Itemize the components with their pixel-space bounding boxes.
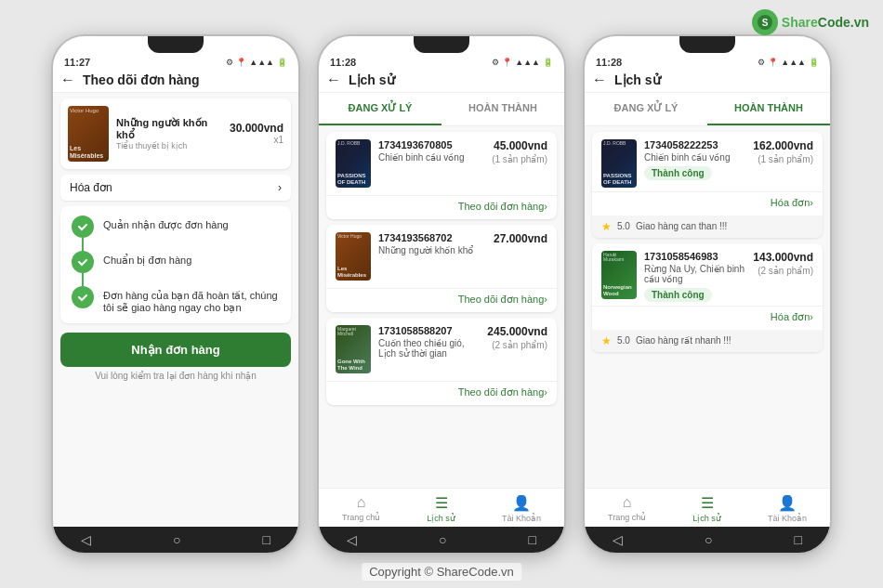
phone1-back-arrow[interactable]: ← [60, 72, 75, 88]
phone1-time: 11:27 [64, 57, 90, 68]
phone3-nav: ← Lịch sử [585, 68, 830, 93]
phone3: 11:28 ⚙ 📍 ▲▲▲ 🔋 ← Lịch sử ĐANG XỬ LÝ HOÀ… [583, 34, 832, 555]
phone1-book-cover: Victor Hugo Les Misérables [68, 106, 109, 162]
phone1-receive-note: Vui lòng kiểm tra lại đơn hàng khi nhận [60, 371, 291, 381]
phone2-order-1: J.D. ROBB PASSIONS OF DEATH 173419367080… [326, 132, 557, 219]
timeline-text-2: Chuẩn bị đơn hàng [103, 251, 191, 267]
timeline-item-2: Chuẩn bị đơn hàng [72, 251, 280, 273]
phone3-order1-meta: 1734058222253 Chiến binh cầu vồng Thành … [644, 139, 745, 180]
phone3-nav-title: Lịch sử [614, 72, 661, 87]
watermark-top: S ShareCode.vn [752, 9, 869, 35]
timeline-item-3: Đơn hàng của bạn đã hoàn tất, chúng tôi … [72, 286, 280, 314]
phone2-android-bar: ◁ ○ □ [319, 527, 564, 553]
phone1-order-qty: x1 [230, 135, 283, 145]
phone3-status-bar: 11:28 ⚙ 📍 ▲▲▲ 🔋 [585, 53, 830, 68]
phone3-battery-icon: 🔋 [809, 58, 819, 67]
phone1-receive-btn[interactable]: Nhận đơn hàng [60, 333, 291, 367]
watermark-bottom: Copyright © ShareCode.vn [362, 563, 521, 581]
phone3-rating1-score: 5.0 [617, 221, 630, 231]
timeline-text-3: Đơn hàng của bạn đã hoàn tất, chúng tôi … [103, 286, 280, 314]
phone1-nav: ← Theo dõi đơn hàng [53, 68, 298, 93]
phone2-track3-link[interactable]: Theo dõi đơn hàng › [326, 381, 557, 405]
phone2-order1-id: 1734193670805 [378, 139, 484, 150]
phone1-android-bar: ◁ ○ □ [53, 527, 298, 553]
phone3-order1-id: 1734058222253 [644, 139, 745, 150]
phone2-tab-completed[interactable]: HOÀN THÀNH [442, 93, 564, 125]
timeline-dot-1 [72, 216, 94, 238]
phone3-success-badge-2: Thành công [644, 288, 712, 302]
phone3-rating1-row: ★ 5.0 Giao hàng can than !!! [592, 216, 823, 238]
phone3-order2-right: 143.000vnd (2 sản phẩm) [753, 251, 813, 276]
phone3-android-back[interactable]: ◁ [613, 532, 623, 547]
phone2-nav-account[interactable]: 👤 Tài Khoản [502, 494, 541, 523]
phone1-status-bar: 11:27 ⚙ 📍 ▲▲▲ 🔋 [53, 53, 298, 68]
phone3-tab-completed[interactable]: HOÀN THÀNH [707, 93, 830, 125]
phone2-time: 11:28 [330, 57, 356, 68]
phone2-nav-home[interactable]: ⌂ Trang chủ [342, 494, 380, 523]
phone3-order1-name: Chiến binh cầu vồng [644, 152, 745, 163]
phone3-order2-amount: 143.000vnd [753, 251, 813, 264]
phone2-order2-name: Những người khốn khổ [378, 245, 486, 255]
phone3-android-recent[interactable]: □ [795, 532, 802, 547]
phone3-tabs: ĐANG XỬ LÝ HOÀN THÀNH [585, 93, 830, 126]
android-home-btn[interactable]: ○ [173, 532, 180, 547]
phone2-order3-right: 245.000vnd (2 sản phẩm) [487, 325, 547, 350]
phone1-status-icons: ⚙ 📍 ▲▲▲ 🔋 [226, 58, 287, 67]
phone1-order-price-block: 30.000vnd x1 [230, 122, 283, 145]
phone2-signal-icon: ▲▲▲ [515, 58, 540, 67]
phone1-invoice-arrow: › [278, 181, 282, 194]
phone3-tab-processing[interactable]: ĐANG XỬ LÝ [585, 93, 707, 125]
timeline-item-1: Quản nhận được đơn hàng [72, 216, 280, 238]
timeline-dot-3 [72, 286, 94, 308]
phone2-settings-icon: ⚙ [492, 58, 499, 67]
phone2-android-home[interactable]: ○ [439, 532, 446, 547]
phone3-content: J.D. ROBB PASSIONS OF DEATH 173405822225… [585, 126, 830, 488]
home-icon: ⌂ [357, 494, 366, 511]
phone3-nav-account[interactable]: 👤 Tài Khoản [768, 494, 807, 523]
phone3-order1-count: (1 sản phẩm) [753, 154, 813, 164]
android-recent-btn[interactable]: □ [263, 532, 270, 547]
phone3-invoice1-link[interactable]: Hóa đơn › [592, 191, 823, 216]
phone3-invoice2-link[interactable]: Hóa đơn › [592, 306, 823, 330]
phone2-nav-history[interactable]: ☰ Lịch sử [427, 494, 455, 523]
phone3-order1-header: J.D. ROBB PASSIONS OF DEATH 173405822225… [592, 132, 823, 191]
phone2-order1-name: Chiến binh cầu vồng [378, 152, 484, 163]
phone2-notch [414, 36, 469, 53]
phone2-order-3: Margaret Mitchell Gone With The Wind 173… [326, 318, 557, 405]
phone2-tab-processing[interactable]: ĐANG XỬ LÝ [319, 93, 442, 125]
phone1-order-card: Victor Hugo Les Misérables Những người k… [60, 98, 291, 169]
phone2-content: J.D. ROBB PASSIONS OF DEATH 173419367080… [319, 126, 564, 488]
phone2-order2-id: 1734193568702 [378, 232, 486, 243]
phone2-nav-title: Lịch sử [349, 72, 395, 87]
phone3-back-arrow[interactable]: ← [592, 72, 607, 88]
phone3-nav-home[interactable]: ⌂ Trang chủ [608, 494, 646, 523]
phone2-track2-link[interactable]: Theo dõi đơn hàng › [326, 288, 557, 312]
phone3-time: 11:28 [596, 57, 622, 68]
phone2-order3-count: (2 sản phẩm) [487, 340, 547, 350]
phone3-order2-status: Thành công [644, 284, 745, 302]
phone1-notch [148, 36, 204, 53]
phone3-rating2-score: 5.0 [617, 335, 630, 346]
phone2-book1-cover: J.D. ROBB PASSIONS OF DEATH [336, 139, 371, 188]
phone2-status-bar: 11:28 ⚙ 📍 ▲▲▲ 🔋 [319, 53, 564, 68]
phone1-order-price: 30.000vnd [230, 122, 283, 135]
phone3-android-home[interactable]: ○ [705, 532, 712, 547]
phone1-nav-title: Theo dõi đơn hàng [83, 72, 200, 87]
phone2-tabs: ĐANG XỬ LÝ HOÀN THÀNH [319, 93, 564, 126]
phone1-order-title: Những người khốn khổ [116, 117, 222, 141]
phone2-android-back[interactable]: ◁ [347, 532, 357, 547]
phone3-stars-1: ★ [601, 220, 612, 233]
phone2-back-arrow[interactable]: ← [326, 72, 341, 88]
phone3-location-icon: 📍 [768, 58, 778, 67]
phone3-home-icon: ⌂ [623, 494, 632, 511]
android-back-btn[interactable]: ◁ [81, 532, 91, 547]
phone3-order-1: J.D. ROBB PASSIONS OF DEATH 173405822225… [592, 132, 823, 238]
phone3-rating2-text: Giao hàng rất nhanh !!! [636, 335, 731, 346]
phone2-android-recent[interactable]: □ [529, 532, 536, 547]
phone1-invoice-link[interactable]: Hóa đơn › [60, 175, 291, 201]
phone1-order-subtitle: Tiểu thuyết bị kịch [116, 141, 222, 150]
phone3-nav-history[interactable]: ☰ Lịch sử [692, 494, 721, 523]
phone2-order2-amount: 27.000vnd [494, 232, 547, 245]
phone3-order2-meta: 1731058546983 Rừng Na Uy, Chiến binh cầu… [644, 251, 745, 302]
phone2-track1-link[interactable]: Theo dõi đơn hàng › [326, 195, 557, 219]
